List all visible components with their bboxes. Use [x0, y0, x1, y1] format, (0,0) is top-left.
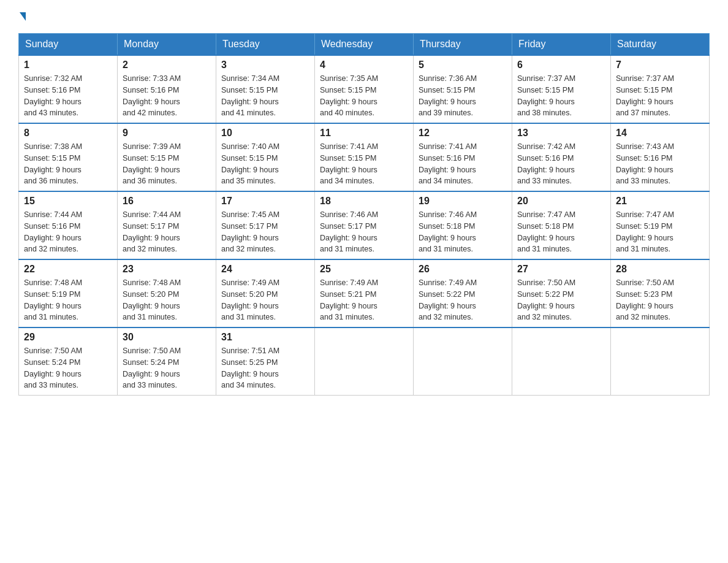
calendar-day-cell: 28 Sunrise: 7:50 AM Sunset: 5:23 PM Dayl… [611, 259, 710, 327]
day-info: Sunrise: 7:32 AM Sunset: 5:16 PM Dayligh… [24, 73, 112, 119]
day-number: 28 [616, 264, 704, 275]
calendar-day-cell [315, 327, 414, 396]
calendar-header-row: SundayMondayTuesdayWednesdayThursdayFrid… [19, 34, 710, 56]
day-info: Sunrise: 7:36 AM Sunset: 5:15 PM Dayligh… [419, 73, 507, 119]
day-number: 9 [123, 128, 211, 139]
day-number: 2 [123, 59, 211, 71]
day-number: 7 [616, 59, 704, 71]
calendar-day-cell: 2 Sunrise: 7:33 AM Sunset: 5:16 PM Dayli… [118, 55, 216, 123]
day-info: Sunrise: 7:37 AM Sunset: 5:15 PM Dayligh… [616, 73, 704, 119]
calendar-day-cell: 14 Sunrise: 7:43 AM Sunset: 5:16 PM Dayl… [611, 123, 710, 191]
day-number: 20 [517, 196, 605, 207]
day-number: 13 [517, 128, 605, 139]
calendar-week-row: 15 Sunrise: 7:44 AM Sunset: 5:16 PM Dayl… [19, 191, 710, 259]
day-number: 26 [419, 264, 507, 275]
day-number: 27 [517, 264, 605, 275]
day-number: 25 [320, 264, 408, 275]
day-number: 8 [24, 128, 112, 139]
day-info: Sunrise: 7:50 AM Sunset: 5:23 PM Dayligh… [616, 277, 704, 323]
day-number: 1 [24, 59, 112, 71]
day-info: Sunrise: 7:50 AM Sunset: 5:24 PM Dayligh… [123, 345, 211, 391]
day-info: Sunrise: 7:48 AM Sunset: 5:20 PM Dayligh… [123, 277, 211, 323]
calendar-day-cell: 24 Sunrise: 7:49 AM Sunset: 5:20 PM Dayl… [216, 259, 315, 327]
calendar-day-cell [414, 327, 512, 396]
calendar-day-cell [611, 327, 710, 396]
day-info: Sunrise: 7:37 AM Sunset: 5:15 PM Dayligh… [517, 73, 605, 119]
calendar-day-cell: 23 Sunrise: 7:48 AM Sunset: 5:20 PM Dayl… [118, 259, 216, 327]
calendar-day-cell: 7 Sunrise: 7:37 AM Sunset: 5:15 PM Dayli… [611, 55, 710, 123]
day-number: 18 [320, 196, 408, 207]
calendar-day-cell: 27 Sunrise: 7:50 AM Sunset: 5:22 PM Dayl… [512, 259, 611, 327]
day-number: 11 [320, 128, 408, 139]
calendar-day-cell: 10 Sunrise: 7:40 AM Sunset: 5:15 PM Dayl… [216, 123, 315, 191]
day-info: Sunrise: 7:47 AM Sunset: 5:19 PM Dayligh… [616, 209, 704, 255]
day-info: Sunrise: 7:44 AM Sunset: 5:17 PM Dayligh… [123, 209, 211, 255]
day-number: 6 [517, 59, 605, 71]
day-number: 5 [419, 59, 507, 71]
calendar-day-cell: 20 Sunrise: 7:47 AM Sunset: 5:18 PM Dayl… [512, 191, 611, 259]
day-of-week-header: Saturday [611, 34, 710, 56]
calendar-day-cell: 6 Sunrise: 7:37 AM Sunset: 5:15 PM Dayli… [512, 55, 611, 123]
day-info: Sunrise: 7:35 AM Sunset: 5:15 PM Dayligh… [320, 73, 408, 119]
day-number: 4 [320, 59, 408, 71]
day-number: 12 [419, 128, 507, 139]
day-info: Sunrise: 7:41 AM Sunset: 5:16 PM Dayligh… [419, 141, 507, 187]
day-number: 31 [221, 332, 309, 343]
day-number: 14 [616, 128, 704, 139]
day-info: Sunrise: 7:49 AM Sunset: 5:22 PM Dayligh… [419, 277, 507, 323]
calendar-week-row: 8 Sunrise: 7:38 AM Sunset: 5:15 PM Dayli… [19, 123, 710, 191]
calendar-week-row: 1 Sunrise: 7:32 AM Sunset: 5:16 PM Dayli… [19, 55, 710, 123]
day-info: Sunrise: 7:45 AM Sunset: 5:17 PM Dayligh… [221, 209, 309, 255]
calendar-day-cell: 31 Sunrise: 7:51 AM Sunset: 5:25 PM Dayl… [216, 327, 315, 396]
day-number: 3 [221, 59, 309, 71]
day-info: Sunrise: 7:50 AM Sunset: 5:24 PM Dayligh… [24, 345, 112, 391]
page-header [18, 12, 710, 21]
day-number: 22 [24, 264, 112, 275]
calendar-day-cell: 22 Sunrise: 7:48 AM Sunset: 5:19 PM Dayl… [19, 259, 118, 327]
day-number: 15 [24, 196, 112, 207]
day-info: Sunrise: 7:49 AM Sunset: 5:20 PM Dayligh… [221, 277, 309, 323]
day-number: 21 [616, 196, 704, 207]
day-info: Sunrise: 7:49 AM Sunset: 5:21 PM Dayligh… [320, 277, 408, 323]
day-number: 17 [221, 196, 309, 207]
day-number: 19 [419, 196, 507, 207]
calendar-day-cell: 4 Sunrise: 7:35 AM Sunset: 5:15 PM Dayli… [315, 55, 414, 123]
calendar-day-cell [512, 327, 611, 396]
calendar-day-cell: 25 Sunrise: 7:49 AM Sunset: 5:21 PM Dayl… [315, 259, 414, 327]
calendar-day-cell: 19 Sunrise: 7:46 AM Sunset: 5:18 PM Dayl… [414, 191, 512, 259]
day-info: Sunrise: 7:47 AM Sunset: 5:18 PM Dayligh… [517, 209, 605, 255]
day-info: Sunrise: 7:46 AM Sunset: 5:17 PM Dayligh… [320, 209, 408, 255]
calendar-day-cell: 18 Sunrise: 7:46 AM Sunset: 5:17 PM Dayl… [315, 191, 414, 259]
calendar-day-cell: 8 Sunrise: 7:38 AM Sunset: 5:15 PM Dayli… [19, 123, 118, 191]
calendar-table: SundayMondayTuesdayWednesdayThursdayFrid… [18, 33, 710, 396]
day-number: 29 [24, 332, 112, 343]
calendar-day-cell: 12 Sunrise: 7:41 AM Sunset: 5:16 PM Dayl… [414, 123, 512, 191]
day-info: Sunrise: 7:33 AM Sunset: 5:16 PM Dayligh… [123, 73, 211, 119]
calendar-day-cell: 11 Sunrise: 7:41 AM Sunset: 5:15 PM Dayl… [315, 123, 414, 191]
day-of-week-header: Friday [512, 34, 611, 56]
calendar-day-cell: 15 Sunrise: 7:44 AM Sunset: 5:16 PM Dayl… [19, 191, 118, 259]
calendar-day-cell: 21 Sunrise: 7:47 AM Sunset: 5:19 PM Dayl… [611, 191, 710, 259]
day-of-week-header: Tuesday [216, 34, 315, 56]
day-number: 30 [123, 332, 211, 343]
day-of-week-header: Monday [118, 34, 216, 56]
day-info: Sunrise: 7:51 AM Sunset: 5:25 PM Dayligh… [221, 345, 309, 391]
logo-triangle-icon [20, 12, 26, 21]
day-number: 24 [221, 264, 309, 275]
calendar-day-cell: 9 Sunrise: 7:39 AM Sunset: 5:15 PM Dayli… [118, 123, 216, 191]
day-info: Sunrise: 7:34 AM Sunset: 5:15 PM Dayligh… [221, 73, 309, 119]
day-of-week-header: Wednesday [315, 34, 414, 56]
calendar-week-row: 22 Sunrise: 7:48 AM Sunset: 5:19 PM Dayl… [19, 259, 710, 327]
day-number: 23 [123, 264, 211, 275]
calendar-day-cell: 29 Sunrise: 7:50 AM Sunset: 5:24 PM Dayl… [19, 327, 118, 396]
day-of-week-header: Thursday [414, 34, 512, 56]
calendar-day-cell: 17 Sunrise: 7:45 AM Sunset: 5:17 PM Dayl… [216, 191, 315, 259]
calendar-day-cell: 3 Sunrise: 7:34 AM Sunset: 5:15 PM Dayli… [216, 55, 315, 123]
calendar-day-cell: 1 Sunrise: 7:32 AM Sunset: 5:16 PM Dayli… [19, 55, 118, 123]
calendar-week-row: 29 Sunrise: 7:50 AM Sunset: 5:24 PM Dayl… [19, 327, 710, 396]
day-number: 10 [221, 128, 309, 139]
day-info: Sunrise: 7:50 AM Sunset: 5:22 PM Dayligh… [517, 277, 605, 323]
day-info: Sunrise: 7:42 AM Sunset: 5:16 PM Dayligh… [517, 141, 605, 187]
day-info: Sunrise: 7:44 AM Sunset: 5:16 PM Dayligh… [24, 209, 112, 255]
day-info: Sunrise: 7:39 AM Sunset: 5:15 PM Dayligh… [123, 141, 211, 187]
